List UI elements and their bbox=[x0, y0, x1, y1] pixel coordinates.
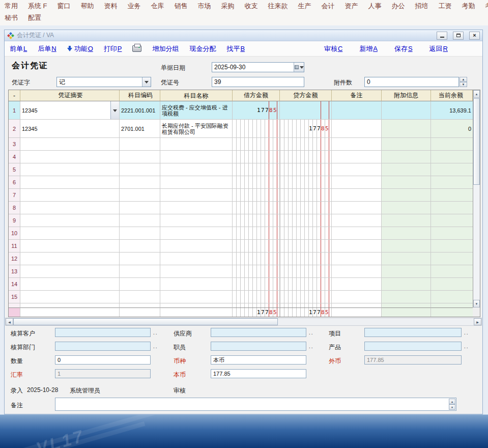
row-number[interactable] bbox=[9, 303, 20, 307]
cell-summary[interactable] bbox=[20, 138, 120, 151]
cell-debit[interactable] bbox=[233, 291, 280, 303]
voucher-word-dropdown-button[interactable] bbox=[142, 77, 151, 87]
menu-item[interactable]: 办公 bbox=[392, 2, 405, 11]
cell-remark[interactable] bbox=[332, 240, 382, 253]
toolbar-add-group-button[interactable]: 增加分组 bbox=[152, 44, 179, 53]
toolbar-audit-button[interactable]: 审核C bbox=[324, 44, 342, 53]
toolbar-function-button[interactable]: 功能O bbox=[67, 44, 93, 53]
menu-item[interactable]: 市场 bbox=[198, 2, 211, 11]
cell-remark[interactable] bbox=[332, 101, 382, 120]
horizontal-scrollbar[interactable]: ◀ ▶ bbox=[5, 318, 482, 326]
toolbar-print-button[interactable]: 打印P bbox=[104, 44, 122, 53]
spinner-down-button[interactable]: ▼ bbox=[449, 404, 455, 410]
product-input[interactable] bbox=[364, 342, 462, 351]
cell-extra-info[interactable] bbox=[382, 227, 431, 240]
cell-credit[interactable] bbox=[280, 265, 332, 278]
local-amount-input[interactable]: 177.85 bbox=[211, 369, 306, 378]
staff-browse-button[interactable]: .. bbox=[309, 344, 314, 349]
cell-account-code[interactable] bbox=[120, 253, 160, 265]
menu-item[interactable]: 采购 bbox=[221, 2, 235, 11]
row-number[interactable]: 8 bbox=[9, 202, 20, 214]
cell-account-code[interactable] bbox=[120, 151, 160, 163]
staff-input[interactable] bbox=[211, 342, 306, 351]
cell-extra-info[interactable] bbox=[382, 120, 431, 138]
cell-account-name[interactable] bbox=[160, 138, 233, 151]
menu-item[interactable]: 考勤 bbox=[462, 2, 475, 11]
cell-summary[interactable] bbox=[20, 253, 120, 265]
spinner-up-button[interactable]: ▲ bbox=[460, 77, 467, 82]
calendar-dropdown-button[interactable] bbox=[294, 63, 304, 72]
row-number[interactable]: 4 bbox=[9, 151, 20, 163]
row-number[interactable]: 5 bbox=[9, 163, 20, 176]
product-browse-button[interactable]: .. bbox=[464, 344, 469, 349]
menu-item[interactable]: 生产 bbox=[298, 2, 311, 11]
menu-item[interactable]: 仓库 bbox=[151, 2, 164, 11]
cell-extra-info[interactable] bbox=[382, 265, 431, 278]
cell-credit[interactable] bbox=[280, 303, 332, 307]
cell-debit[interactable]: 17785 bbox=[233, 101, 280, 120]
cell-remark[interactable] bbox=[332, 227, 382, 240]
cell-debit[interactable] bbox=[233, 227, 280, 240]
cell-account-code[interactable] bbox=[120, 189, 160, 202]
cell-account-name[interactable] bbox=[160, 291, 233, 303]
cell-remark[interactable] bbox=[332, 253, 382, 265]
menu-item[interactable]: 系统 F bbox=[28, 2, 47, 11]
cell-account-code[interactable] bbox=[120, 303, 160, 307]
cell-extra-info[interactable] bbox=[382, 202, 431, 214]
cell-account-code[interactable] bbox=[120, 202, 160, 214]
cell-debit[interactable]: 17785 bbox=[233, 307, 280, 317]
cell-account-name[interactable] bbox=[160, 303, 233, 307]
row-number[interactable]: 7 bbox=[9, 189, 20, 202]
toolbar-next-button[interactable]: 后单N bbox=[38, 44, 56, 53]
row-number[interactable]: 3 bbox=[9, 138, 20, 151]
cell-account-name[interactable] bbox=[160, 278, 233, 291]
cell-extra-info[interactable] bbox=[382, 303, 431, 307]
cell-summary[interactable] bbox=[20, 265, 120, 278]
cell-account-name[interactable] bbox=[160, 240, 233, 253]
toolbar-prev-button[interactable]: 前单L bbox=[10, 44, 27, 53]
cell-extra-info[interactable] bbox=[382, 151, 431, 163]
menu-item[interactable]: 考核 bbox=[485, 2, 488, 11]
menu-item[interactable]: 人事 bbox=[368, 2, 382, 11]
cell-remark[interactable] bbox=[332, 120, 382, 138]
cell-account-code[interactable] bbox=[120, 163, 160, 176]
date-input[interactable]: 2025-09-30 bbox=[212, 62, 304, 72]
cell-account-name[interactable] bbox=[160, 202, 233, 214]
toolbar-new-button[interactable]: 新增A bbox=[359, 44, 378, 53]
cell-extra-info[interactable] bbox=[382, 214, 431, 227]
cell-extra-info[interactable] bbox=[382, 278, 431, 291]
cell-account-name[interactable] bbox=[160, 307, 233, 317]
cell-extra-info[interactable] bbox=[382, 307, 431, 317]
cell-debit[interactable] bbox=[233, 202, 280, 214]
cell-debit[interactable] bbox=[233, 189, 280, 202]
cell-credit[interactable] bbox=[280, 101, 332, 120]
cell-debit[interactable] bbox=[233, 138, 280, 151]
cell-account-name[interactable] bbox=[160, 151, 233, 163]
cell-summary[interactable] bbox=[20, 303, 120, 307]
cell-extra-info[interactable] bbox=[382, 138, 431, 151]
cell-account-code[interactable] bbox=[120, 278, 160, 291]
cell-extra-info[interactable] bbox=[382, 253, 431, 265]
row-number[interactable]: 9 bbox=[9, 214, 20, 227]
cell-summary[interactable] bbox=[20, 151, 120, 163]
row-number[interactable]: 6 bbox=[9, 176, 20, 189]
customer-input[interactable] bbox=[55, 328, 151, 337]
minimize-button[interactable] bbox=[437, 32, 447, 40]
cell-extra-info[interactable] bbox=[382, 101, 431, 120]
row-number[interactable]: 1 bbox=[9, 101, 20, 120]
cell-summary[interactable] bbox=[20, 240, 120, 253]
cell-extra-info[interactable] bbox=[382, 176, 431, 189]
menu-item[interactable]: 秘书 bbox=[5, 13, 18, 22]
department-browse-button[interactable]: .. bbox=[153, 344, 158, 349]
row-number[interactable]: 15 bbox=[9, 291, 20, 303]
cell-remark[interactable] bbox=[332, 202, 382, 214]
cell-summary[interactable] bbox=[20, 227, 120, 240]
cell-credit[interactable] bbox=[280, 291, 332, 303]
row-number[interactable] bbox=[9, 307, 20, 317]
cell-summary[interactable] bbox=[20, 214, 120, 227]
cell-remark[interactable] bbox=[332, 163, 382, 176]
horizontal-scroll-thumb[interactable] bbox=[13, 318, 278, 325]
cell-extra-info[interactable] bbox=[382, 240, 431, 253]
cell-credit[interactable]: 17785 bbox=[280, 307, 332, 317]
cell-account-code[interactable] bbox=[120, 291, 160, 303]
